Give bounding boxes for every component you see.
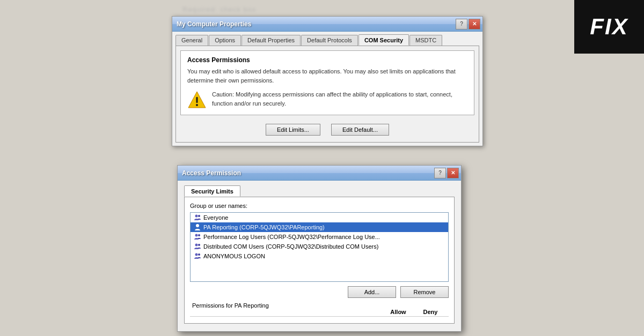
main-window-title: My Computer Properties (177, 20, 251, 28)
access-permissions-title: Access Permissions (187, 56, 467, 64)
svg-point-6 (195, 234, 198, 237)
list-item-anonymous[interactable]: ANONYMOUS LOGON (191, 251, 448, 261)
list-item-pa-reporting[interactable]: PA Reporting (CORP-5QJWQ32\PAReporting) (191, 222, 448, 232)
edit-limits-button[interactable]: Edit Limits... (266, 124, 320, 136)
permissions-columns: Allow Deny (190, 309, 449, 317)
access-permission-title: Access Permission (182, 169, 241, 177)
access-permission-titlebar: Access Permission ? ✕ (178, 166, 461, 181)
svg-point-11 (198, 253, 200, 256)
edit-default-button[interactable]: Edit Default... (331, 124, 389, 136)
access-permissions-section: Access Permissions You may edit who is a… (180, 50, 474, 115)
add-button[interactable]: Add... (348, 286, 396, 298)
fix-badge: FIX (574, 0, 644, 54)
tab-default-properties[interactable]: Default Properties (241, 35, 301, 46)
access-permission-dialog: Access Permission ? ✕ Security Limits Gr… (177, 165, 462, 332)
main-window-titlebar: My Computer Properties ? ✕ (172, 17, 482, 32)
permissions-col-spacer (192, 309, 382, 315)
access-permission-close-button[interactable]: ✕ (447, 168, 459, 178)
list-item-distributed-com[interactable]: Distributed COM Users (CORP-5QJWQ32\Dist… (191, 242, 448, 251)
access-permissions-description: You may edit who is allowed default acce… (187, 67, 467, 85)
svg-point-3 (195, 215, 198, 218)
svg-point-9 (198, 244, 200, 246)
user-icon-distributed-com (194, 243, 201, 250)
svg-point-10 (195, 253, 198, 256)
permissions-deny-col: Deny (414, 309, 447, 315)
user-icon-performance-log (194, 233, 201, 241)
main-window-help-button[interactable]: ? (456, 19, 467, 29)
caution-text: Caution: Modifying access permissions ca… (212, 90, 467, 108)
com-security-tab-content: Access Permissions You may edit who is a… (175, 46, 479, 143)
svg-point-5 (196, 224, 199, 227)
security-limits-content: Group or user names: Everyone (184, 197, 455, 324)
tab-default-protocols[interactable]: Default Protocols (301, 35, 358, 46)
tab-msdtc[interactable]: MSDTC (409, 35, 442, 46)
permissions-allow-col: Allow (382, 309, 414, 315)
tab-options[interactable]: Options (209, 35, 241, 46)
svg-point-7 (198, 234, 200, 236)
user-list[interactable]: Everyone PA Reporting (CORP-5QJWQ32\PARe… (190, 212, 449, 282)
access-permission-controls: ? ✕ (434, 168, 459, 178)
list-item-everyone[interactable]: Everyone (191, 213, 448, 222)
list-item-performance-log[interactable]: Performance Log Users (CORP-5QJWQ32\Perf… (191, 232, 448, 242)
main-window: My Computer Properties ? ✕ General Optio… (172, 16, 483, 146)
security-limits-tabs: Security Limits (182, 184, 457, 197)
warning-icon (187, 90, 207, 109)
svg-point-4 (198, 215, 200, 217)
caution-row: Caution: Modifying access permissions ca… (187, 90, 467, 109)
main-window-controls: ? ✕ (456, 19, 480, 29)
remove-button[interactable]: Remove (400, 286, 449, 298)
svg-point-8 (195, 244, 198, 247)
main-window-tabs: General Options Default Properties Defau… (172, 32, 482, 46)
fix-label: FIX (590, 14, 628, 40)
user-icon-anonymous (194, 252, 201, 260)
main-window-close-button[interactable]: ✕ (469, 19, 480, 29)
blurred-hint: Required: check box (182, 5, 257, 13)
svg-rect-1 (196, 97, 198, 103)
tab-general[interactable]: General (175, 35, 208, 46)
tab-security-limits[interactable]: Security Limits (184, 185, 240, 197)
add-remove-buttons: Add... Remove (190, 286, 449, 298)
access-permissions-buttons: Edit Limits... Edit Default... (180, 124, 474, 138)
tab-com-security[interactable]: COM Security (358, 34, 409, 46)
user-icon-pa-reporting (194, 223, 201, 231)
svg-point-2 (196, 104, 198, 106)
user-icon-everyone (194, 214, 201, 221)
group-user-names-label: Group or user names: (190, 203, 449, 209)
permissions-for-label: Permissions for PA Reporting (190, 302, 449, 309)
access-permission-content: Security Limits Group or user names: Eve… (178, 181, 461, 331)
access-permission-help-button[interactable]: ? (434, 168, 446, 178)
